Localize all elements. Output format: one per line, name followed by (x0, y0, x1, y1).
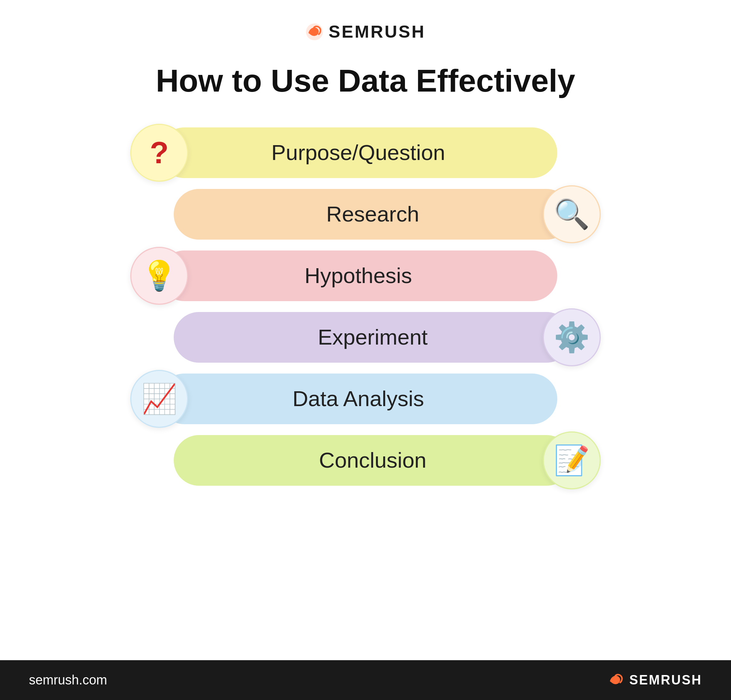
step-pill-data-analysis: Data Analysis (159, 374, 557, 424)
footer-logo: SEMRUSH (607, 671, 702, 689)
step-label-data-analysis: Data Analysis (292, 386, 424, 411)
step-label-experiment: Experiment (318, 325, 427, 350)
step-row-conclusion: Conclusion 📝 (130, 435, 601, 486)
step-icon-purpose: ? (130, 124, 188, 182)
step-label-hypothesis: Hypothesis (305, 263, 412, 288)
step-row-hypothesis: 💡 Hypothesis (130, 251, 601, 301)
step-pill-experiment: Experiment (174, 312, 572, 362)
step-label-research: Research (326, 202, 420, 227)
step-label-conclusion: Conclusion (319, 448, 427, 473)
logo-area: SEMRUSH (305, 22, 426, 42)
footer-logo-text: SEMRUSH (629, 672, 702, 688)
semrush-logo-icon (305, 23, 323, 41)
step-icon-research: 🔍 (543, 185, 601, 243)
step-pill-conclusion: Conclusion (174, 435, 572, 486)
step-icon-data-analysis: 📈 (130, 370, 188, 428)
steps-container: ? Purpose/Question Research 🔍 💡 Hypothes… (130, 128, 601, 486)
page-title: How to Use Data Effectively (156, 63, 575, 98)
step-pill-research: Research (174, 189, 572, 239)
step-row-experiment: Experiment ⚙️ (130, 312, 601, 362)
step-pill-hypothesis: Hypothesis (159, 251, 557, 301)
step-icon-experiment: ⚙️ (543, 308, 601, 366)
footer-url: semrush.com (29, 672, 107, 688)
step-row-purpose: ? Purpose/Question (130, 128, 601, 178)
footer: semrush.com SEMRUSH (0, 660, 731, 700)
step-row-data-analysis: 📈 Data Analysis (130, 374, 601, 424)
step-icon-hypothesis: 💡 (130, 247, 188, 305)
main-content: SEMRUSH How to Use Data Effectively ? Pu… (0, 0, 731, 660)
step-label-purpose: Purpose/Question (272, 140, 445, 165)
header-logo-text: SEMRUSH (329, 22, 426, 42)
step-pill-purpose: Purpose/Question (159, 128, 557, 178)
footer-semrush-logo-icon (607, 671, 625, 689)
step-icon-conclusion: 📝 (543, 431, 601, 489)
step-row-research: Research 🔍 (130, 189, 601, 239)
